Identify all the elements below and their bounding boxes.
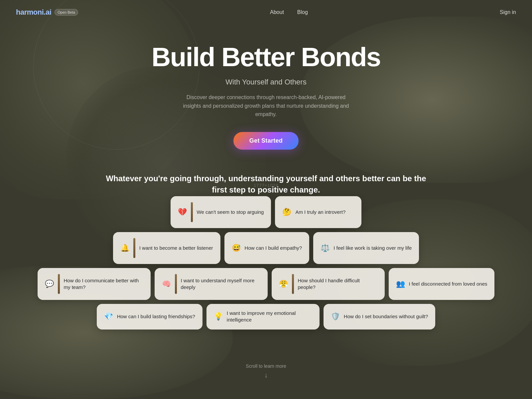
beta-badge: Open Beta: [55, 9, 78, 16]
hero-subtitle: With Yourself and Others: [13, 78, 519, 86]
sign-in-link[interactable]: Sign in: [500, 9, 516, 15]
nav-link-about[interactable]: About: [270, 9, 284, 15]
card-listener[interactable]: 🔔 I want to become a better listener: [113, 232, 220, 264]
cards-row-1: 💔 We can't seem to stop arguing 🤔 Am I t…: [171, 196, 362, 228]
cta-button[interactable]: Get Started: [233, 132, 299, 150]
card-text-emotional: I want to improve my emotional intellige…: [227, 310, 312, 324]
card-team[interactable]: 💬 How do I communicate better with my te…: [38, 268, 151, 300]
card-text-team: How do I communicate better with my team…: [64, 277, 143, 291]
card-arguing[interactable]: 💔 We can't seem to stop arguing: [171, 196, 271, 228]
hero-description: Discover deeper connections through rese…: [183, 93, 349, 119]
card-divider: [191, 202, 193, 222]
card-text-work: I feel like work is taking over my life: [333, 245, 412, 251]
card-emoji-disconnected: 👥: [396, 280, 405, 288]
card-text-disconnected: I feel disconnected from loved ones: [409, 281, 487, 287]
navbar: harmoni.ai Open Beta About Blog Sign in: [0, 0, 532, 25]
card-introvert[interactable]: 🤔 Am I truly an introvert?: [275, 196, 361, 228]
cards-row-3: 💬 How do I communicate better with my te…: [38, 268, 495, 300]
card-emoji-empathy: 😅: [232, 244, 241, 252]
card-divider-team: [58, 274, 60, 294]
card-understand[interactable]: 🧠 I want to understand myself more deepl…: [155, 268, 268, 300]
card-emoji-introvert: 🤔: [282, 208, 291, 216]
card-text-introvert: Am I truly an introvert?: [295, 209, 345, 215]
scroll-label: Scroll to learn more: [0, 363, 532, 369]
scroll-indicator: Scroll to learn more ↓: [0, 363, 532, 379]
card-text-difficult: How should I handle difficult people?: [298, 277, 377, 291]
card-text-boundaries: How do I set boundaries without guilt?: [344, 313, 428, 320]
card-empathy[interactable]: 😅 How can I build empathy?: [224, 232, 310, 264]
nav-link-blog[interactable]: Blog: [297, 9, 308, 15]
card-text-listener: I want to become a better listener: [139, 245, 213, 251]
card-emoji-team: 💬: [45, 280, 54, 288]
card-emoji-arguing: 💔: [178, 208, 187, 216]
card-text-understand: I want to understand myself more deeply: [181, 277, 260, 291]
card-emoji-boundaries: 🛡️: [331, 312, 340, 321]
card-work[interactable]: ⚖️ I feel like work is taking over my li…: [313, 232, 419, 264]
card-emotional[interactable]: 💡 I want to improve my emotional intelli…: [206, 304, 320, 330]
dimension-label: 1777×1024: [254, 183, 278, 188]
logo: harmoni.ai Open Beta: [16, 8, 78, 17]
card-emoji-friendships: 💎: [104, 312, 113, 321]
card-emoji-difficult: 😤: [279, 280, 288, 288]
cards-row-4: 💎 How can I build lasting friendships? 💡…: [97, 304, 436, 330]
card-text-friendships: How can I build lasting friendships?: [117, 313, 195, 320]
scroll-arrow: ↓: [0, 371, 532, 379]
card-emoji-emotional: 💡: [214, 312, 223, 321]
card-friendships[interactable]: 💎 How can I build lasting friendships?: [97, 304, 202, 330]
card-emoji-understand: 🧠: [162, 280, 171, 288]
hero-title: Build Better Bonds: [13, 43, 519, 71]
card-emoji-work: ⚖️: [321, 244, 330, 252]
card-emoji-listener: 🔔: [120, 244, 129, 252]
cards-row-2: 🔔 I want to become a better listener 😅 H…: [113, 232, 419, 264]
card-boundaries[interactable]: 🛡️ How do I set boundaries without guilt…: [324, 304, 435, 330]
card-disconnected[interactable]: 👥 I feel disconnected from loved ones: [389, 268, 495, 300]
card-divider-difficult: [292, 274, 294, 294]
card-difficult[interactable]: 😤 How should I handle difficult people?: [272, 268, 385, 300]
hero-section: Build Better Bonds With Yourself and Oth…: [0, 43, 532, 150]
card-divider-listener: [133, 238, 135, 258]
cards-area: 💔 We can't seem to stop arguing 🤔 Am I t…: [0, 196, 532, 333]
logo-text: harmoni.ai: [16, 8, 51, 17]
card-text-arguing: We can't seem to stop arguing: [197, 209, 264, 215]
card-divider-understand: [175, 274, 177, 294]
card-text-empathy: How can I build empathy?: [245, 245, 302, 251]
nav-links: About Blog: [270, 9, 308, 15]
